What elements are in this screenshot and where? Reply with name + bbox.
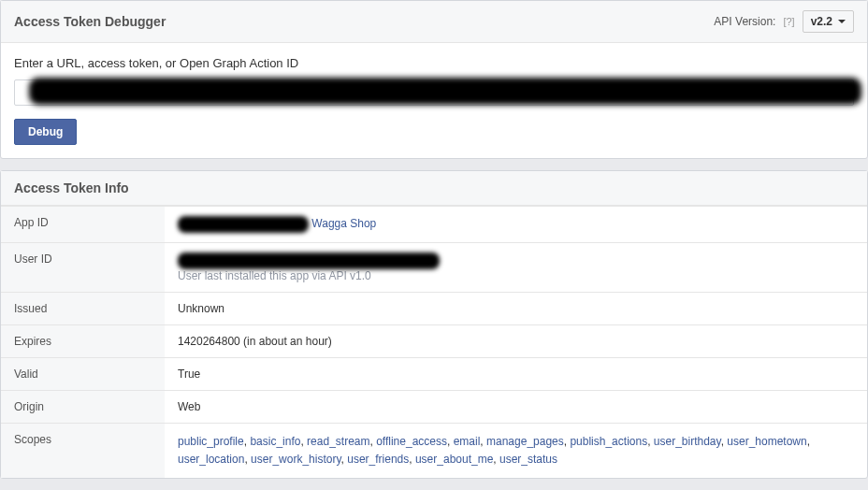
scope-link[interactable]: manage_pages	[486, 435, 564, 448]
token-info-header: Access Token Info	[1, 171, 867, 206]
page-title: Access Token Debugger	[14, 14, 166, 29]
scope-link[interactable]: user_work_history	[251, 453, 340, 466]
row-label: User ID	[1, 243, 165, 293]
help-icon[interactable]: [?]	[783, 16, 794, 27]
scope-link[interactable]: user_hometown	[727, 435, 806, 448]
token-info-title: Access Token Info	[14, 180, 129, 195]
api-version-value: v2.2	[811, 15, 832, 28]
debug-button[interactable]: Debug	[14, 119, 77, 145]
table-row: Expires 1420264800 (in about an hour)	[1, 325, 867, 358]
api-version-label: API Version:	[714, 15, 775, 28]
redaction-bar	[178, 252, 440, 269]
row-label: Issued	[1, 293, 165, 325]
scope-link[interactable]: basic_info	[250, 435, 300, 448]
row-value: Unknown	[165, 293, 867, 325]
row-value: User last installed this app via API v1.…	[165, 243, 867, 293]
scopes-cell: public_profile, basic_info, read_stream,…	[165, 424, 867, 479]
scope-link[interactable]: email	[454, 435, 481, 448]
scope-link[interactable]: user_about_me	[415, 453, 493, 466]
redaction-bar	[29, 78, 861, 105]
debugger-panel: Access Token Debugger API Version: [?] v…	[0, 0, 868, 159]
scope-link[interactable]: user_location	[178, 453, 244, 466]
input-prompt: Enter a URL, access token, or Open Graph…	[14, 56, 854, 70]
debugger-header: Access Token Debugger API Version: [?] v…	[1, 1, 867, 43]
row-label: App ID	[1, 207, 165, 243]
row-label: Valid	[1, 358, 165, 391]
token-info-panel: Access Token Info App ID Wagga Shop User…	[0, 170, 868, 479]
token-input-wrap	[14, 79, 854, 106]
row-value: True	[165, 358, 867, 391]
row-value: 1420264800 (in about an hour)	[165, 325, 867, 358]
scope-link[interactable]: user_status	[499, 453, 557, 466]
table-row: Valid True	[1, 358, 867, 391]
row-value: Web	[165, 391, 867, 424]
table-row: Issued Unknown	[1, 293, 867, 325]
row-value: Wagga Shop	[165, 207, 867, 243]
app-link[interactable]: Wagga Shop	[311, 217, 376, 230]
table-row: Scopes public_profile, basic_info, read_…	[1, 424, 867, 479]
row-label: Expires	[1, 325, 165, 358]
redaction-bar	[178, 216, 309, 233]
user-id-subtext: User last installed this app via API v1.…	[178, 269, 854, 282]
api-version-control: API Version: [?] v2.2	[714, 10, 854, 33]
scope-link[interactable]: user_birthday	[654, 435, 721, 448]
row-label: Origin	[1, 391, 165, 424]
api-version-dropdown[interactable]: v2.2	[803, 10, 854, 33]
table-row: Origin Web	[1, 391, 867, 424]
scope-link[interactable]: offline_access	[376, 435, 447, 448]
scope-link[interactable]: public_profile	[178, 435, 244, 448]
chevron-down-icon	[838, 20, 846, 23]
row-label: Scopes	[1, 424, 165, 479]
scope-link[interactable]: read_stream	[307, 435, 369, 448]
table-row: User ID User last installed this app via…	[1, 243, 867, 293]
scope-link[interactable]: publish_actions	[570, 435, 647, 448]
token-info-table: App ID Wagga Shop User ID User last inst…	[1, 206, 867, 478]
table-row: App ID Wagga Shop	[1, 207, 867, 243]
debugger-body: Enter a URL, access token, or Open Graph…	[1, 43, 867, 158]
scope-link[interactable]: user_friends	[347, 453, 409, 466]
